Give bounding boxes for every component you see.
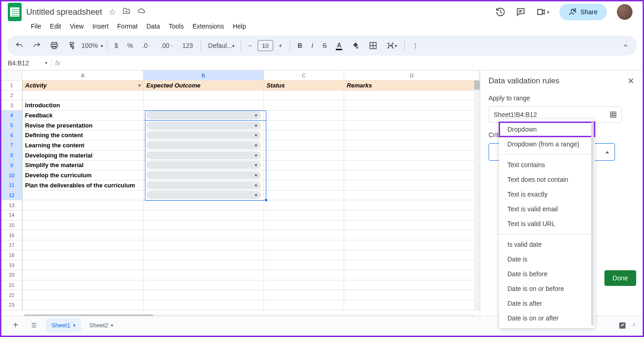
row-header[interactable]: 4 <box>1 110 23 120</box>
cell[interactable] <box>264 140 344 150</box>
dropdown-chip[interactable]: ▾ <box>146 191 260 199</box>
cell[interactable] <box>23 270 144 280</box>
cell[interactable] <box>264 191 344 200</box>
cell[interactable] <box>344 270 480 280</box>
menu-format[interactable]: Format <box>114 21 141 32</box>
cell[interactable]: ▾ <box>144 140 264 150</box>
row-header[interactable]: 18 <box>1 250 23 260</box>
account-avatar[interactable] <box>617 4 632 20</box>
row-header[interactable]: 9 <box>1 161 23 170</box>
menu-edit[interactable]: Edit <box>46 21 65 32</box>
cell[interactable] <box>344 170 480 180</box>
row-header[interactable]: 13 <box>1 200 23 210</box>
cell[interactable] <box>344 200 480 210</box>
cell[interactable]: Remarks <box>344 81 480 90</box>
cell[interactable] <box>344 151 480 160</box>
more-button[interactable]: ⋮ <box>408 39 422 52</box>
cell[interactable] <box>264 161 344 170</box>
col-header-C[interactable]: C <box>264 70 344 80</box>
menu-view[interactable]: View <box>66 21 87 32</box>
cell[interactable]: ▾ <box>144 180 264 190</box>
cell[interactable] <box>344 121 480 130</box>
menu-insert[interactable]: Insert <box>89 21 112 32</box>
cell[interactable]: Revise the presentation <box>23 121 144 130</box>
spreadsheet-grid[interactable]: A B C D 1Activity▾Expected OutcomeStatus… <box>1 70 480 320</box>
cell[interactable]: ▾ <box>144 170 264 180</box>
cell[interactable] <box>264 91 344 100</box>
strike-button[interactable]: S <box>319 39 330 52</box>
cell[interactable] <box>264 221 344 230</box>
criteria-option[interactable]: Date is on or after <box>499 311 595 325</box>
criteria-option[interactable]: Date is on or before <box>499 281 595 296</box>
decrease-decimal-button[interactable]: .0← <box>138 39 155 52</box>
cell[interactable] <box>144 200 264 210</box>
row-header[interactable]: 15 <box>1 221 23 230</box>
cell[interactable] <box>264 300 344 310</box>
row-header[interactable]: 10 <box>1 170 23 180</box>
cell[interactable] <box>144 260 264 270</box>
fill-color-button[interactable] <box>348 39 363 52</box>
bold-button[interactable]: B <box>294 39 306 52</box>
menu-tools[interactable]: Tools <box>165 21 188 32</box>
menu-file[interactable]: File <box>27 21 45 32</box>
row-header[interactable]: 5 <box>1 121 23 130</box>
cloud-status-icon[interactable] <box>137 7 146 17</box>
done-button[interactable]: Done <box>604 270 636 286</box>
dropdown-chip[interactable]: ▾ <box>146 131 260 139</box>
collapse-toolbar-button[interactable] <box>619 40 632 52</box>
italic-button[interactable]: I <box>308 39 317 52</box>
menu-data[interactable]: Data <box>143 21 164 32</box>
cell[interactable]: ▾ <box>144 130 264 140</box>
dropdown-chip[interactable]: ▾ <box>146 111 260 119</box>
cell[interactable]: ▾ <box>144 110 264 120</box>
cell[interactable] <box>264 170 344 180</box>
col-header-D[interactable]: D <box>344 70 480 80</box>
row-header[interactable]: 20 <box>1 270 23 280</box>
row-header[interactable]: 14 <box>1 210 23 220</box>
undo-button[interactable] <box>12 39 27 52</box>
criteria-option[interactable]: Dropdown <box>499 122 595 137</box>
cell[interactable] <box>264 180 344 190</box>
criteria-option[interactable]: Text does not contain <box>499 172 595 187</box>
cell[interactable] <box>144 270 264 280</box>
cell[interactable] <box>264 151 344 160</box>
dropdown-chip[interactable]: ▾ <box>146 141 260 149</box>
cell[interactable] <box>344 240 480 250</box>
vertical-scrollbar[interactable] <box>474 81 480 310</box>
cell[interactable] <box>144 91 264 100</box>
cell[interactable] <box>344 260 480 270</box>
cell[interactable] <box>23 200 144 210</box>
cell[interactable]: Developing the material <box>23 151 144 160</box>
name-box[interactable]: B4:B12▾ <box>7 59 47 67</box>
cell[interactable] <box>344 250 480 260</box>
cell[interactable] <box>344 290 480 300</box>
menu-help[interactable]: Help <box>229 21 250 32</box>
cell[interactable] <box>344 180 480 190</box>
currency-button[interactable]: $ <box>111 39 122 52</box>
comment-icon[interactable] <box>516 7 526 17</box>
cell[interactable] <box>264 110 344 120</box>
cell[interactable] <box>344 221 480 230</box>
cell[interactable] <box>264 100 344 110</box>
cell[interactable] <box>23 230 144 240</box>
criteria-option[interactable]: Dropdown (from a range) <box>499 137 595 151</box>
cell[interactable] <box>264 290 344 300</box>
cell[interactable] <box>264 121 344 130</box>
text-color-button[interactable]: A <box>332 39 346 53</box>
font-size-input[interactable]: 10 <box>258 40 273 51</box>
share-button[interactable]: Share <box>559 4 607 20</box>
cell[interactable] <box>264 210 344 220</box>
fill-handle[interactable] <box>264 198 268 202</box>
cell[interactable]: ▾ <box>144 121 264 130</box>
row-header[interactable]: 17 <box>1 240 23 250</box>
cell[interactable] <box>344 100 480 110</box>
row-header[interactable]: 6 <box>1 130 23 140</box>
cell[interactable] <box>344 230 480 240</box>
cell[interactable] <box>144 210 264 220</box>
side-panel-toggle[interactable]: ‹ <box>633 321 635 330</box>
cell[interactable]: Learning the content <box>23 140 144 150</box>
cell[interactable] <box>144 300 264 310</box>
cell[interactable]: Introduction <box>23 100 144 110</box>
increase-decimal-button[interactable]: .00→ <box>157 39 177 52</box>
criteria-option[interactable]: Date is before <box>499 267 595 281</box>
